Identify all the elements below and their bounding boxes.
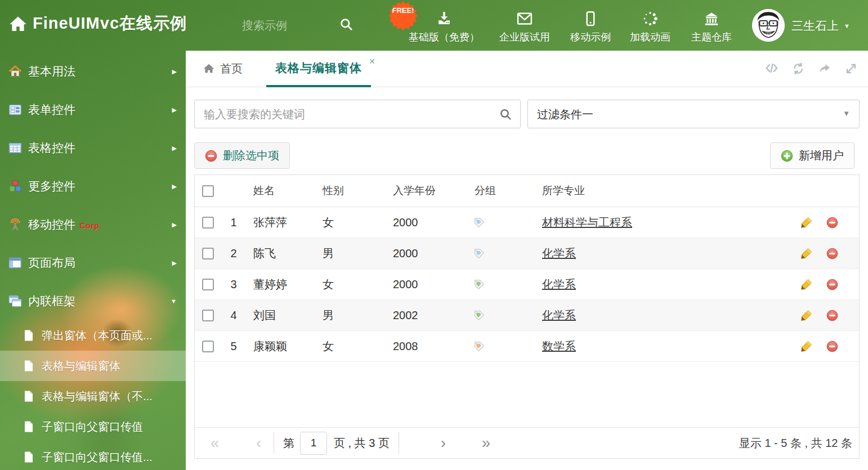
document-icon [23,360,35,372]
user-menu[interactable]: 三生石上 ▼ [791,18,850,34]
major-link[interactable]: 化学系 [542,246,576,261]
edit-pencil-icon[interactable] [800,310,812,321]
nav-enterprise-trial[interactable]: 企业版试用 [496,10,553,44]
delete-row-icon[interactable] [826,217,838,229]
sidebar-subitem-grid-edit-window[interactable]: 表格与编辑窗体 [0,351,186,381]
sidebar-item-basic[interactable]: 基本用法 ▶ [0,52,186,91]
app: FineUIMvc在线示例 FREE! 基础版（免费） 企业版试用 [0,0,868,470]
sidebar-item-more[interactable]: 更多控件 ▶ [0,167,186,205]
home-logo-icon[interactable] [8,15,28,34]
nav-theme-repo[interactable]: 主题仓库 [689,10,734,44]
document-icon [23,451,35,463]
edit-pencil-icon[interactable] [800,248,812,259]
chevron-right-icon: ▶ [172,221,177,229]
keyword-search-input[interactable] [195,100,503,129]
delete-row-icon[interactable] [826,248,838,259]
last-page-button[interactable]: » [482,436,490,451]
nav-mobile-demo[interactable]: 移动示例 [568,10,613,44]
sidebar-subitem-child-to-parent-2[interactable]: 子窗口向父窗口传值... [0,442,186,470]
select-all-checkbox[interactable] [202,185,214,197]
keyword-search-box [194,100,521,128]
tab-home[interactable]: 首页 [203,51,243,87]
chevron-down-icon: ▼ [844,23,850,29]
header-search-input[interactable] [241,15,333,36]
user-avatar[interactable] [752,9,785,42]
tab-strip-tools [765,51,858,87]
row-checkbox[interactable] [202,279,214,290]
home-icon [203,62,215,75]
major-link[interactable]: 化学系 [542,277,576,292]
chevron-right-icon: ▶ [172,68,177,75]
tag-icon [473,279,485,290]
delete-row-icon[interactable] [826,310,838,321]
chevron-right-icon: ▶ [172,145,177,152]
cell-gender: 男 [317,238,387,268]
add-user-button[interactable]: 新增用户 [770,142,854,169]
sidebar-item-iframe[interactable]: 内联框架 ▼ [0,282,186,320]
sidebar-item-form[interactable]: 表单控件 ▶ [0,91,186,129]
chevron-down-icon: ▼ [171,298,177,305]
grid-empty-area [195,362,859,427]
delete-row-icon[interactable] [826,341,838,352]
data-grid: 姓名 性别 入学年份 分组 所学专业 1 张萍萍 女 2000 [194,174,860,459]
major-link[interactable]: 材料科学与工程系 [542,215,632,230]
table-row: 4 刘国 男 2002 化学系 [195,300,859,331]
nav-basic-free[interactable]: 基础版（免费） [405,10,484,44]
edit-pencil-icon[interactable] [800,341,812,352]
page-suffix: 页 , 共 3 页 [334,436,390,451]
expand-icon[interactable] [844,62,858,75]
refresh-icon[interactable] [791,62,805,75]
sidebar-subitem-child-to-parent[interactable]: 子窗口向父窗口传值 [0,411,186,442]
main-content: 首页 表格与编辑窗体 ✕ [186,51,868,470]
prev-page-button[interactable]: ‹ [256,436,261,451]
row-checkbox[interactable] [202,341,214,352]
row-number: 5 [221,331,247,361]
tab-grid-edit-window[interactable]: 表格与编辑窗体 ✕ [266,51,371,87]
table-row: 2 陈飞 男 2000 化学系 [195,238,859,269]
major-link[interactable]: 化学系 [542,308,576,323]
header-search-icon[interactable] [339,17,354,32]
delete-selected-button[interactable]: 删除选中项 [194,142,290,169]
source-code-icon[interactable] [765,62,778,75]
table-row: 1 张萍萍 女 2000 材料科学与工程系 [195,207,859,238]
divider [399,432,399,454]
first-page-button[interactable]: « [211,436,219,451]
major-link[interactable]: 数学系 [542,339,576,354]
edit-pencil-icon[interactable] [800,217,812,229]
nav-label: 企业版试用 [499,30,550,44]
search-icon[interactable] [499,108,512,121]
tab-close-icon[interactable]: ✕ [369,57,375,66]
nav-loading-anim[interactable]: 加载动画 [628,10,673,44]
cell-year: 2000 [387,269,469,299]
col-header-group: 分组 [469,175,536,207]
sidebar-item-mobile[interactable]: 移动控件Corp. ▶ [0,205,186,244]
row-checkbox[interactable] [202,310,214,321]
cell-year: 2000 [387,207,469,238]
layout-icon [8,256,23,270]
sidebar-item-layout[interactable]: 页面布局 ▶ [0,244,186,282]
row-checkbox[interactable] [202,248,214,259]
mobile-icon [582,10,599,27]
filter-dropdown[interactable]: 过滤条件一 ▼ [527,100,860,128]
delete-row-icon[interactable] [826,279,838,290]
divider [274,432,274,454]
cell-gender: 女 [317,269,387,299]
next-page-button[interactable]: › [441,436,446,451]
share-icon[interactable] [818,62,831,75]
sidebar: 基本用法 ▶ 表单控件 ▶ 表格控件 ▶ [0,51,186,470]
user-name: 三生石上 [791,18,839,34]
sidebar-subitem-popup-window[interactable]: 弹出窗体（本页面或... [0,320,186,351]
plus-circle-icon [781,150,793,162]
sidebar-subitem-grid-edit-window-2[interactable]: 表格与编辑窗体（不... [0,381,186,411]
page-number-input[interactable] [300,432,327,455]
row-number: 3 [221,269,247,299]
filter-selected-value: 过滤条件一 [537,107,593,122]
antenna-icon [8,217,23,232]
edit-pencil-icon[interactable] [800,279,812,290]
tag-icon [473,341,485,352]
row-checkbox[interactable] [202,217,214,229]
download-icon [436,10,453,27]
row-number: 4 [221,300,247,330]
cell-gender: 男 [317,300,387,330]
sidebar-item-grid[interactable]: 表格控件 ▶ [0,129,186,167]
